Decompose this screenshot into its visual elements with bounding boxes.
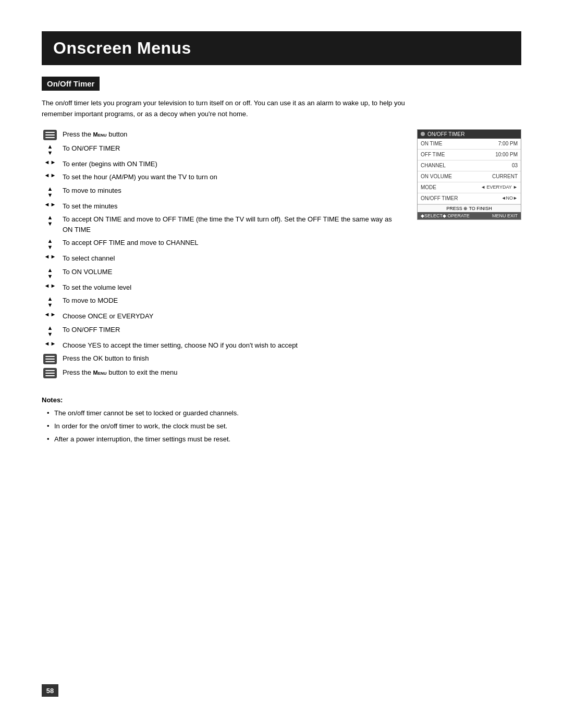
menu-label: ON TIME: [421, 140, 442, 148]
menu-icon: [42, 367, 58, 378]
arrow-lr-icon: ◄ ►: [42, 201, 58, 207]
instruction-text: To ON/OFF TIMER: [63, 325, 401, 335]
section-title: On/Off Timer: [42, 77, 100, 91]
list-item: ▲ ▼ To move to minutes: [42, 186, 401, 198]
list-item: ▲ ▼ To ON/OFF TIMER: [42, 143, 401, 156]
arrow-ud-icon: ▲ ▼: [42, 186, 58, 198]
list-item: ▲ ▼ To ON VOLUME: [42, 267, 401, 279]
instruction-text: To accept ON TIME and move to OFF TIME (…: [63, 214, 401, 235]
arrow-lr-icon: ◄ ►: [42, 253, 58, 260]
intro-text: The on/off timer lets you program your t…: [42, 98, 407, 120]
instruction-text: Choose YES to accept the timer setting, …: [63, 340, 401, 351]
instruction-text: To ON VOLUME: [63, 267, 401, 277]
menu-row-off-time: OFF TIME 10:00 PM: [418, 150, 521, 161]
arrow-lr-icon: ◄ ►: [42, 159, 58, 165]
notes-item: The on/off timer cannot be set to locked…: [47, 408, 521, 419]
instruction-text: To select channel: [63, 253, 401, 264]
menu-press-finish: PRESS ⊕ TO FINISH: [418, 204, 521, 212]
instructions-list: Press the Menu button ▲ ▼ To ON/OFF TIME…: [42, 129, 401, 382]
menu-value: 03: [512, 162, 518, 170]
instruction-text: To set the hour (AM/PM) you want the TV …: [63, 172, 401, 182]
instruction-text: To set the minutes: [63, 201, 401, 212]
instruction-text: To accept OFF TIME and move to CHANNEL: [63, 238, 401, 248]
arrow-lr-icon: ◄ ►: [42, 282, 58, 289]
list-item: ◄ ► To select channel: [42, 253, 401, 264]
menu-row-mode: MODE ◄ EVERYDAY ►: [418, 182, 521, 193]
menu-footer-bar: ◆SELECT◆ OPERATE MENU EXIT: [418, 212, 521, 219]
arrow-lr-icon: ◄ ►: [42, 172, 58, 178]
list-item: ▲ ▼ To ON/OFF TIMER: [42, 325, 401, 337]
ok-icon: [42, 353, 58, 364]
menu-label: OFF TIME: [421, 151, 445, 159]
arrow-ud-icon: ▲ ▼: [42, 325, 58, 337]
notes-item: After a power interruption, the timer se…: [47, 434, 521, 445]
arrow-lr-icon: ◄ ►: [42, 340, 58, 347]
arrow-ud-icon: ▲ ▼: [42, 238, 58, 250]
list-item: ◄ ► Choose ONCE or EVERYDAY: [42, 311, 401, 322]
menu-row-channel: CHANNEL 03: [418, 161, 521, 171]
list-item: Press the Menu button: [42, 129, 401, 140]
arrow-ud-icon: ▲ ▼: [42, 143, 58, 156]
instruction-text: Press the OK button to finish: [63, 353, 401, 364]
menu-value: ◄NO►: [501, 194, 518, 203]
arrow-ud-icon: ▲ ▼: [42, 214, 58, 227]
list-item: ◄ ► To set the hour (AM/PM) you want the…: [42, 172, 401, 182]
menu-header-title: ON/OFF TIMER: [427, 131, 464, 137]
notes-list: The on/off timer cannot be set to locked…: [42, 408, 521, 445]
list-item: ◄ ► To enter (begins with ON TIME): [42, 159, 401, 169]
menu-value: CURRENT: [492, 172, 518, 181]
menu-row-on-volume: ON VOLUME CURRENT: [418, 171, 521, 182]
arrow-lr-icon: ◄ ►: [42, 311, 58, 317]
menu-label: ON VOLUME: [421, 172, 452, 181]
instruction-text: To move to MODE: [63, 295, 401, 306]
instruction-text: Press the Menu button to exit the menu: [63, 367, 401, 378]
page-title: Onscreen Menus: [42, 31, 521, 65]
menu-footer-left: ◆SELECT◆ OPERATE: [421, 213, 470, 218]
page-number: 58: [42, 684, 58, 697]
content-area: Press the Menu button ▲ ▼ To ON/OFF TIME…: [42, 129, 521, 382]
list-item: ◄ ► To set the volume level: [42, 282, 401, 293]
menu-label: ON/OFF TIMER: [421, 194, 458, 203]
arrow-ud-icon: ▲ ▼: [42, 295, 58, 308]
instruction-text: Press the Menu button: [63, 129, 401, 140]
instruction-text: To move to minutes: [63, 186, 401, 196]
list-item: ◄ ► To set the minutes: [42, 201, 401, 212]
list-item: ▲ ▼ To accept OFF TIME and move to CHANN…: [42, 238, 401, 250]
menu-value: 7:00 PM: [498, 140, 518, 148]
instruction-text: To ON/OFF TIMER: [63, 143, 401, 154]
notes-title: Notes:: [42, 396, 521, 404]
menu-icon: [42, 129, 58, 140]
list-item: ◄ ► Choose YES to accept the timer setti…: [42, 340, 401, 351]
menu-label: MODE: [421, 183, 436, 192]
list-item: Press the Menu button to exit the menu: [42, 367, 401, 378]
menu-footer-right: MENU EXIT: [492, 213, 518, 218]
menu-row-on-time: ON TIME 7:00 PM: [418, 139, 521, 150]
notes-section: Notes: The on/off timer cannot be set to…: [42, 396, 521, 445]
menu-value: 10:00 PM: [495, 151, 518, 159]
instruction-text: To set the volume level: [63, 282, 401, 293]
menu-value: ◄ EVERYDAY ►: [481, 183, 518, 192]
arrow-ud-icon: ▲ ▼: [42, 267, 58, 279]
onscreen-menu: ON/OFF TIMER ON TIME 7:00 PM OFF TIME 10…: [417, 129, 521, 220]
menu-header: ON/OFF TIMER: [418, 130, 521, 139]
notes-item: In order for the on/off timer to work, t…: [47, 421, 521, 432]
instruction-text: Choose ONCE or EVERYDAY: [63, 311, 401, 322]
menu-row-on-off-timer: ON/OFF TIMER ◄NO►: [418, 193, 521, 204]
menu-header-icon: [421, 132, 425, 136]
list-item: ▲ ▼ To move to MODE: [42, 295, 401, 308]
menu-label: CHANNEL: [421, 162, 446, 170]
list-item: ▲ ▼ To accept ON TIME and move to OFF TI…: [42, 214, 401, 235]
list-item: Press the OK button to finish: [42, 353, 401, 364]
instruction-text: To enter (begins with ON TIME): [63, 159, 401, 169]
